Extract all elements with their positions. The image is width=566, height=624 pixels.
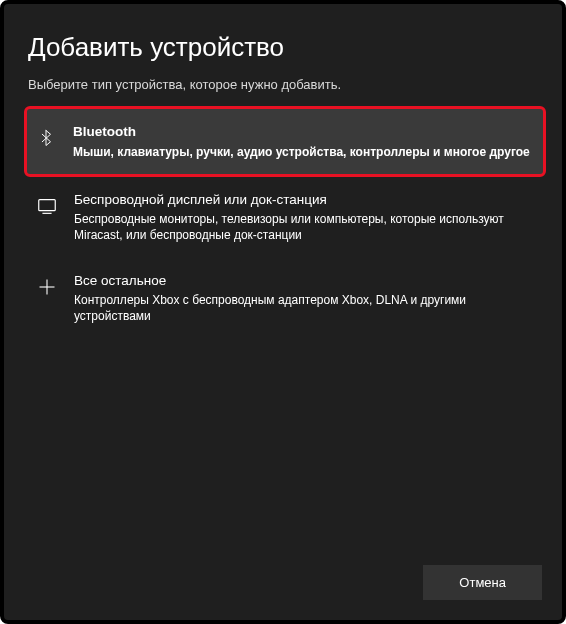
- monitor-icon: [34, 193, 60, 219]
- dialog-subtitle: Выберите тип устройства, которое нужно д…: [28, 77, 542, 92]
- option-bluetooth-desc: Мыши, клавиатуры, ручки, аудио устройств…: [73, 144, 533, 160]
- option-bluetooth-text: Bluetooth Мыши, клавиатуры, ручки, аудио…: [73, 123, 533, 160]
- add-device-dialog: Добавить устройство Выберите тип устройс…: [0, 0, 566, 624]
- option-bluetooth[interactable]: Bluetooth Мыши, клавиатуры, ручки, аудио…: [24, 106, 546, 177]
- option-everything-else[interactable]: Все остальное Контроллеры Xbox с беспров…: [28, 258, 542, 339]
- cancel-button[interactable]: Отмена: [423, 565, 542, 600]
- bluetooth-icon: [33, 125, 59, 151]
- option-wireless-desc: Беспроводные мониторы, телевизоры или ко…: [74, 211, 532, 243]
- option-other-title: Все остальное: [74, 272, 532, 290]
- option-other-desc: Контроллеры Xbox с беспроводным адаптеро…: [74, 292, 532, 324]
- device-type-list: Bluetooth Мыши, клавиатуры, ручки, аудио…: [28, 106, 542, 555]
- dialog-title: Добавить устройство: [28, 32, 542, 63]
- dialog-footer: Отмена: [28, 555, 542, 600]
- option-wireless-text: Беспроводной дисплей или док-станция Бес…: [74, 191, 532, 244]
- svg-rect-0: [39, 199, 56, 210]
- option-bluetooth-title: Bluetooth: [73, 123, 533, 141]
- option-wireless-title: Беспроводной дисплей или док-станция: [74, 191, 532, 209]
- option-other-text: Все остальное Контроллеры Xbox с беспров…: [74, 272, 532, 325]
- option-wireless-display[interactable]: Беспроводной дисплей или док-станция Бес…: [28, 177, 542, 258]
- plus-icon: [34, 274, 60, 300]
